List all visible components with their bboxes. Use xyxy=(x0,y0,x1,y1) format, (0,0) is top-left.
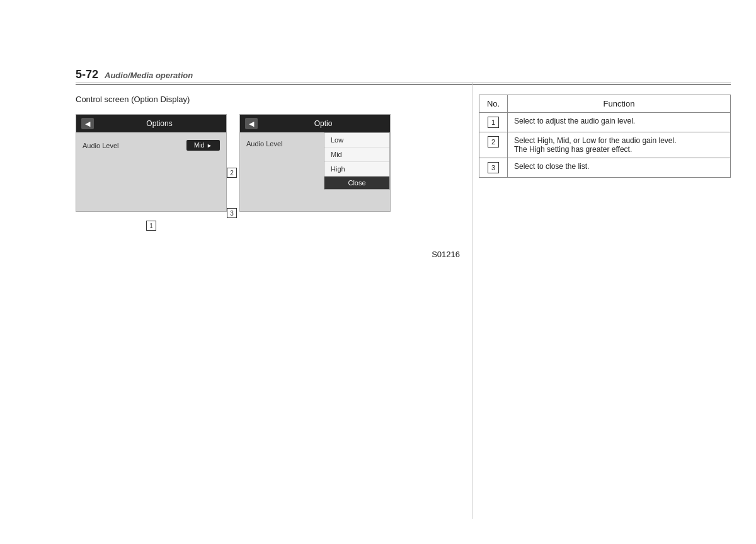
screen2-back-button[interactable]: ◀ xyxy=(245,118,258,129)
row1-function: Select to adjust the audio gain level. xyxy=(508,113,731,132)
screen2-audio-label: Audio Level xyxy=(246,140,283,148)
row2-no: 2 xyxy=(479,132,508,158)
annotation-3: 3 xyxy=(227,208,237,218)
screen2-title: Optio xyxy=(261,119,385,128)
top-divider xyxy=(76,82,731,83)
screen1-back-button[interactable]: ◀ xyxy=(81,118,94,129)
screen1-audio-label: Audio Level xyxy=(83,142,119,149)
annotation-2: 2 xyxy=(227,168,237,178)
row3-no: 3 xyxy=(479,158,508,178)
row1-no: 1 xyxy=(479,113,508,132)
right-pane: No. Function 1 Select to adjust the audi… xyxy=(479,95,731,519)
mid-label: Mid xyxy=(194,142,204,149)
page-wrapper: 5-72 Audio/Media operation Control scree… xyxy=(0,0,756,544)
screen-mockup-1: ◀ Options Audio Level Mid ► xyxy=(76,114,227,212)
vertical-divider xyxy=(472,82,473,519)
row3-function: Select to close the list. xyxy=(508,158,731,178)
screen-mockup-2: ◀ Optio Audio Level Low Mid High xyxy=(239,114,391,212)
annotation-1: 1 xyxy=(146,221,156,231)
mid-arrow-icon: ► xyxy=(207,142,212,149)
dropdown-close-button[interactable]: Close xyxy=(324,177,389,189)
num-box-2: 2 xyxy=(488,136,499,148)
screen1-top-bar: ◀ Options xyxy=(76,115,226,132)
screen1-title: Options xyxy=(98,119,221,128)
col-function-header: Function xyxy=(508,95,731,113)
dropdown-mid[interactable]: Mid xyxy=(324,148,389,162)
image-ref: S01216 xyxy=(76,250,466,259)
table-row: 2 Select High, Mid, or Low for the audio… xyxy=(479,132,731,158)
page-number: 5-72 xyxy=(76,68,98,81)
section-title: Audio/Media operation xyxy=(105,71,193,80)
function-table: No. Function 1 Select to adjust the audi… xyxy=(479,95,731,178)
col-no-header: No. xyxy=(479,95,508,113)
num-box-1: 1 xyxy=(488,117,499,128)
screen1-mid-button[interactable]: Mid ► xyxy=(186,140,220,151)
screens-container: ◀ Options Audio Level Mid ► xyxy=(76,114,466,212)
dropdown-overlay: Low Mid High Close xyxy=(324,132,390,190)
screen1-body: Audio Level Mid ► xyxy=(76,132,226,211)
section-heading: Control screen (Option Display) xyxy=(76,95,466,104)
row2-function: Select High, Mid, or Low for the audio g… xyxy=(508,132,731,158)
dropdown-high[interactable]: High xyxy=(324,162,389,177)
table-row: 3 Select to close the list. xyxy=(479,158,731,178)
screen2-top-bar: ◀ Optio xyxy=(240,115,390,132)
content-area: Control screen (Option Display) ◀ Option… xyxy=(76,82,731,519)
left-pane: Control screen (Option Display) ◀ Option… xyxy=(76,95,466,519)
table-row: 1 Select to adjust the audio gain level. xyxy=(479,113,731,132)
num-box-3: 3 xyxy=(488,162,499,173)
dropdown-low[interactable]: Low xyxy=(324,133,389,148)
screen1-audio-level-row: Audio Level Mid ► xyxy=(83,140,220,151)
